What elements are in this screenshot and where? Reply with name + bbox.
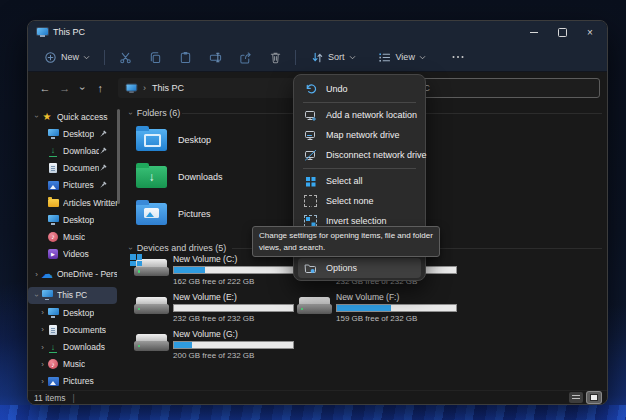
chevron-right-icon[interactable] [38, 360, 47, 369]
sidebar-item-articles-written[interactable]: Articles Written [28, 194, 117, 211]
sidebar-item-downloads[interactable]: Downloads [28, 142, 117, 159]
video-icon [47, 248, 59, 260]
item-count: 11 items [34, 393, 66, 403]
copy-icon[interactable] [148, 50, 162, 64]
details-view-button[interactable] [569, 392, 583, 403]
large-icons-view-button[interactable] [587, 392, 601, 403]
sidebar-item-this-pc-documents[interactable]: Documents [28, 321, 117, 338]
download-icon [47, 145, 59, 157]
folder-tile-desktop[interactable]: Desktop [136, 125, 211, 155]
sidebar-item-this-pc-music[interactable]: Music [28, 356, 117, 373]
hard-drive-icon [134, 334, 169, 351]
chevron-down-icon[interactable] [32, 112, 41, 121]
up-button[interactable]: ↑ [90, 82, 110, 94]
desktop-wallpaper: { "titlebar": { "title": "This PC" }, "t… [0, 0, 626, 420]
breadcrumb-separator: › [143, 83, 146, 93]
chevron-right-icon[interactable] [38, 377, 47, 386]
see-more-icon [450, 56, 466, 59]
breadcrumb[interactable]: This PC [152, 83, 184, 93]
options-icon [304, 262, 317, 275]
menu-item-map-network-drive[interactable]: Map network drive [298, 125, 421, 145]
hard-drive-icon [134, 259, 169, 276]
document-icon [47, 162, 59, 174]
paste-icon[interactable] [178, 50, 192, 64]
window-title: This PC [37, 27, 85, 37]
drive-tile-e[interactable]: New Volume (E:) 232 GB free of 232 GB [173, 292, 294, 324]
chevron-down-icon[interactable] [32, 291, 41, 300]
menu-item-label: Select none [326, 196, 374, 206]
pin-icon[interactable] [99, 181, 107, 189]
menu-item-add-network-location[interactable]: Add a network location [298, 105, 421, 125]
sidebar-item-pictures[interactable]: Pictures [28, 177, 117, 194]
sidebar-item-documents[interactable]: Documents [28, 160, 117, 177]
download-icon [47, 341, 59, 353]
rename-icon[interactable] [208, 50, 222, 64]
pin-icon[interactable] [99, 164, 107, 172]
pin-icon[interactable] [99, 147, 107, 155]
command-bar: New [28, 43, 607, 72]
chevron-down-icon[interactable] [129, 109, 132, 118]
chevron-right-icon[interactable] [38, 343, 47, 352]
menu-item-undo[interactable]: Undo [298, 79, 421, 99]
back-button[interactable]: ← [35, 82, 55, 94]
menu-item-disconnect-network-drive[interactable]: Disconnect network drive [298, 145, 421, 165]
folders-group-title: Folders (6) [137, 108, 181, 118]
chevron-down-icon[interactable] [129, 244, 132, 253]
sidebar-scrollbar[interactable] [117, 109, 120, 204]
view-button[interactable]: View [373, 47, 431, 67]
network-map-icon [304, 129, 317, 142]
sidebar-item-music[interactable]: Music [28, 228, 117, 245]
monitor-icon [41, 289, 53, 301]
close-button[interactable]: × [576, 21, 604, 43]
chevron-right-icon[interactable] [32, 270, 41, 279]
status-bar: 11 items | [28, 390, 607, 404]
sidebar-item-onedrive[interactable]: OneDrive - Person [28, 266, 117, 283]
menu-item-options[interactable]: Options [298, 258, 421, 278]
monitor-icon [47, 307, 59, 319]
sort-button[interactable]: Sort [305, 47, 361, 67]
folders-group-header[interactable]: Folders (6) [129, 108, 180, 118]
menu-item-label: Disconnect network drive [326, 150, 427, 160]
new-button[interactable]: New [38, 47, 95, 67]
cut-icon[interactable] [118, 50, 132, 64]
share-icon[interactable] [238, 50, 252, 64]
chevron-down-icon [83, 55, 90, 60]
hard-drive-icon [297, 297, 332, 314]
this-pc-icon [127, 84, 137, 92]
menu-item-select-none[interactable]: Select none [298, 191, 421, 211]
sidebar-item-videos[interactable]: Videos [28, 246, 117, 263]
sidebar-item-this-pc-desktop[interactable]: Desktop [28, 304, 117, 321]
folder-tile-pictures[interactable]: Pictures [136, 199, 211, 229]
minimize-button[interactable] [520, 21, 548, 43]
navigation-pane: Quick access Desktop Downloads Documents… [28, 104, 122, 390]
picture-icon [47, 375, 59, 387]
drive-tile-f[interactable]: New Volume (F:) 159 GB free of 232 GB [336, 292, 457, 324]
maximize-button[interactable] [548, 21, 576, 43]
sidebar-item-quick-access[interactable]: Quick access [28, 108, 117, 125]
chevron-right-icon[interactable] [38, 308, 47, 317]
sidebar-item-this-pc[interactable]: This PC [28, 287, 117, 304]
titlebar: This PC × [28, 21, 607, 43]
drives-group-header[interactable]: Devices and drives (5) [129, 243, 226, 253]
chevron-right-icon[interactable] [38, 325, 47, 334]
recent-locations-button[interactable] [75, 83, 91, 94]
sidebar-item-this-pc-pictures[interactable]: Pictures [28, 373, 117, 390]
drive-tile-g[interactable]: New Volume (G:) 200 GB free of 232 GB [173, 329, 294, 361]
options-tooltip: Change settings for opening items, file … [252, 226, 440, 257]
toolbar-divider [104, 50, 105, 65]
menu-item-label: Add a network location [326, 110, 417, 120]
drives-group-title: Devices and drives (5) [137, 243, 227, 253]
sidebar-item-desktop-2[interactable]: Desktop [28, 211, 117, 228]
capacity-bar [173, 341, 294, 349]
menu-item-select-all[interactable]: Select all [298, 171, 421, 191]
sidebar-item-this-pc-downloads[interactable]: Downloads [28, 338, 117, 355]
folder-tile-downloads[interactable]: Downloads [136, 162, 223, 192]
music-icon [47, 358, 59, 370]
drive-tile-c[interactable]: New Volume (C:) 162 GB free of 222 GB [173, 254, 294, 286]
see-more-button[interactable] [445, 53, 471, 62]
sidebar-item-desktop[interactable]: Desktop [28, 125, 117, 142]
toolbar-divider [295, 50, 296, 65]
delete-icon[interactable] [268, 50, 282, 64]
forward-button[interactable]: → [55, 82, 75, 94]
pin-icon[interactable] [99, 130, 107, 138]
